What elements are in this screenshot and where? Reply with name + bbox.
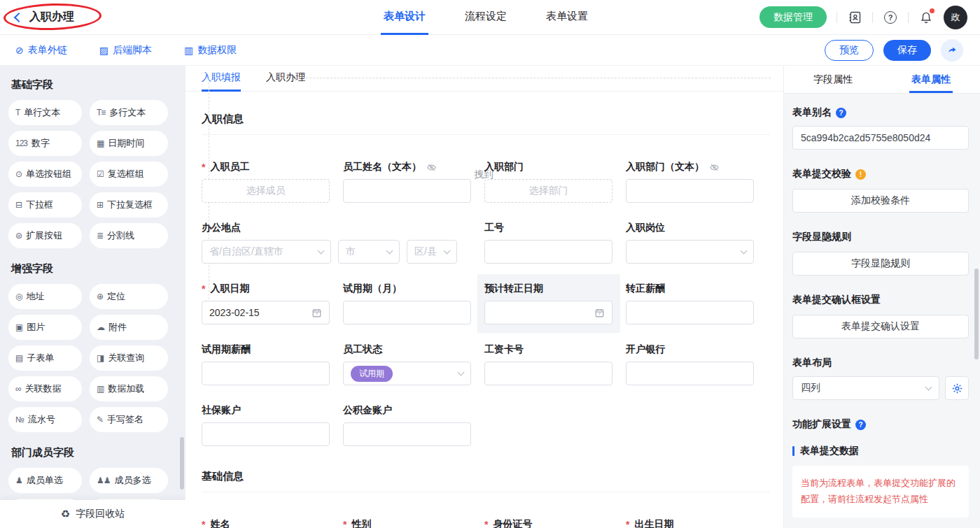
- field-employee-name-text[interactable]: 员工姓名（文本）: [343, 160, 471, 203]
- field-visibility-button[interactable]: 字段显隐规则: [792, 252, 969, 276]
- salary-card-input[interactable]: [484, 362, 612, 385]
- notification-bell-icon[interactable]: [918, 10, 934, 25]
- sidebar-scrollbar[interactable]: [180, 437, 184, 490]
- save-button[interactable]: 保存: [883, 40, 931, 61]
- field-salary-card[interactable]: 工资卡号: [484, 343, 612, 385]
- canvas-tab-entry-handle[interactable]: 入职办理: [266, 66, 305, 92]
- location-icon: ⊕: [97, 292, 103, 301]
- help-question-icon[interactable]: [836, 108, 846, 118]
- field-expected-regular-date[interactable]: 预计转正日期 7: [484, 282, 612, 324]
- entry-date-input[interactable]: 2023-02-15 7: [202, 301, 330, 324]
- field-chip-signature[interactable]: ✎手写签名: [90, 407, 168, 432]
- field-probation-salary[interactable]: 试用期薪酬: [202, 343, 330, 385]
- field-chip-number[interactable]: 123数字: [8, 131, 82, 156]
- warning-icon[interactable]: [855, 169, 866, 180]
- field-recycle-bin[interactable]: ♻ 字段回收站: [0, 500, 186, 528]
- field-chip-subform[interactable]: ▤子表单: [8, 345, 82, 371]
- department-text-input[interactable]: [626, 179, 754, 203]
- member-multi-icon: ♟♟: [97, 476, 111, 485]
- field-chip-single-line-text[interactable]: T单行文本: [8, 100, 82, 125]
- probation-salary-input[interactable]: [202, 362, 330, 385]
- job-number-input[interactable]: [484, 240, 612, 264]
- canvas-tab-entry-fill[interactable]: 入职填报: [202, 66, 241, 92]
- city-select[interactable]: 市: [338, 240, 400, 264]
- department-picker-input[interactable]: 选择部门: [484, 179, 612, 203]
- form-alias-input[interactable]: 5ca994b2ca2d5755e8050d24: [792, 126, 969, 150]
- field-id-number[interactable]: 身份证号: [484, 518, 612, 528]
- member-picker-input[interactable]: 选择成员: [202, 179, 330, 203]
- field-chip-divider[interactable]: ≣分割线: [90, 223, 168, 248]
- field-birth-date[interactable]: 出生日期 2023-02-15 7: [626, 518, 754, 528]
- tab-form-design[interactable]: 表单设计: [381, 0, 428, 35]
- help-icon[interactable]: [883, 10, 898, 25]
- field-employee-status[interactable]: 员工状态 试用期: [343, 343, 471, 385]
- housing-fund-input[interactable]: [343, 422, 471, 446]
- field-regular-salary[interactable]: 转正薪酬: [626, 282, 754, 324]
- serial-number-icon: №: [15, 415, 24, 424]
- field-department-text[interactable]: 入职部门（文本）: [626, 160, 754, 203]
- properties-tabs: 字段属性 表单属性: [784, 66, 980, 94]
- field-gender[interactable]: 性别: [343, 518, 471, 528]
- position-select[interactable]: [626, 240, 754, 264]
- layout-select[interactable]: 四列: [792, 376, 939, 400]
- field-entry-date[interactable]: 入职日期 2023-02-15 7: [202, 282, 330, 324]
- field-chip-lookup-query[interactable]: ◨关联查询: [90, 345, 168, 371]
- employee-name-input[interactable]: [343, 179, 471, 203]
- layout-settings-button[interactable]: [945, 376, 969, 400]
- tab-form-properties[interactable]: 表单属性: [882, 66, 980, 93]
- backend-script-link[interactable]: ▨ 后端脚本: [99, 44, 152, 57]
- tab-flow-setting[interactable]: 流程设定: [462, 0, 510, 35]
- submit-confirm-button[interactable]: 表单提交确认设置: [792, 315, 969, 338]
- field-chip-image[interactable]: ▣图片: [8, 315, 82, 340]
- field-palette-sidebar: 基础字段 T单行文本 T≡多行文本 123数字 ▦日期时间 ⊙单选按钮组 ☑复选…: [0, 66, 186, 528]
- social-security-input[interactable]: [202, 422, 330, 446]
- field-chip-multi-line-text[interactable]: T≡多行文本: [90, 100, 168, 125]
- field-chip-checkbox-group[interactable]: ☑复选框组: [90, 162, 168, 187]
- expected-regular-date-input[interactable]: 7: [484, 301, 612, 324]
- field-chip-extend-button[interactable]: ⊜扩展按钮: [8, 223, 82, 248]
- field-chip-multi-select[interactable]: ⊞下拉复选框: [90, 192, 168, 217]
- field-housing-fund[interactable]: 公积金账户: [343, 404, 471, 446]
- field-name[interactable]: 姓名: [202, 518, 330, 528]
- field-chip-address[interactable]: ◎地址: [8, 284, 82, 309]
- field-chip-radio-group[interactable]: ⊙单选按钮组: [8, 162, 82, 187]
- field-chip-select[interactable]: ⊟下拉框: [8, 192, 82, 217]
- data-permission-link[interactable]: ▥ 数据权限: [184, 44, 237, 57]
- field-job-number[interactable]: 工号: [484, 221, 612, 264]
- tab-field-properties[interactable]: 字段属性: [784, 66, 882, 93]
- help-question-icon[interactable]: [855, 420, 866, 430]
- field-chip-data-load[interactable]: ▥数据加载: [90, 376, 168, 401]
- add-validation-button[interactable]: 添加校验条件: [792, 189, 969, 213]
- field-office-location[interactable]: 办公地点 省/自治区/直辖市 市 区/县: [202, 221, 471, 264]
- tab-form-setting[interactable]: 表单设置: [543, 0, 591, 35]
- province-select[interactable]: 省/自治区/直辖市: [202, 240, 331, 264]
- field-position[interactable]: 入职岗位: [626, 221, 754, 264]
- field-chip-location[interactable]: ⊕定位: [90, 284, 168, 309]
- field-chip-member-single[interactable]: ♟成员单选: [8, 468, 82, 493]
- district-select[interactable]: 区/县: [407, 240, 457, 264]
- preview-button[interactable]: 预览: [825, 40, 874, 61]
- back-button[interactable]: 入职办理: [0, 10, 74, 24]
- field-bank[interactable]: 开户银行: [626, 343, 754, 385]
- bank-input[interactable]: [626, 362, 754, 385]
- field-department[interactable]: 入职部门 选择部门: [484, 160, 612, 203]
- probation-months-input[interactable]: [343, 301, 471, 324]
- contacts-book-icon[interactable]: [847, 10, 862, 25]
- data-manage-button[interactable]: 数据管理: [760, 6, 827, 28]
- field-chip-linked-data[interactable]: ∞关联数据: [8, 376, 82, 401]
- employee-status-select[interactable]: 试用期: [343, 362, 471, 385]
- member-single-icon: ♟: [15, 476, 22, 485]
- regular-salary-input[interactable]: [626, 301, 754, 324]
- avatar[interactable]: 政: [944, 6, 967, 29]
- form-external-link[interactable]: ⊘ 表单外链: [15, 44, 67, 57]
- share-button[interactable]: [941, 39, 963, 62]
- field-probation-months[interactable]: 试用期（月）: [343, 282, 471, 324]
- field-social-security[interactable]: 社保账户: [202, 404, 330, 446]
- field-chip-datetime[interactable]: ▦日期时间: [90, 131, 168, 156]
- field-chip-serial-number[interactable]: №流水号: [8, 407, 82, 432]
- field-chip-member-multi[interactable]: ♟♟成员多选: [90, 468, 168, 493]
- properties-scrollbar[interactable]: [974, 269, 979, 359]
- field-onboard-member[interactable]: 入职员工 选择成员: [202, 160, 330, 203]
- address-icon: ◎: [15, 292, 22, 301]
- field-chip-attachment[interactable]: ☁附件: [90, 315, 168, 340]
